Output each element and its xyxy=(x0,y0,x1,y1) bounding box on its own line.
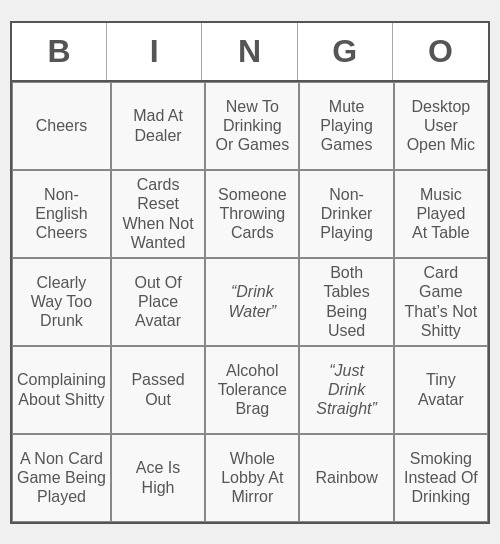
bingo-cell-5[interactable]: Non-EnglishCheers xyxy=(12,170,111,258)
bingo-cell-16[interactable]: PassedOut xyxy=(111,346,205,434)
bingo-cell-6[interactable]: CardsResetWhen NotWanted xyxy=(111,170,205,258)
bingo-cell-9[interactable]: MusicPlayedAt Table xyxy=(394,170,488,258)
bingo-grid: CheersMad AtDealerNew ToDrinkingOr Games… xyxy=(12,82,488,522)
cell-text-13: BothTablesBeingUsed xyxy=(323,263,369,340)
header-letter-b: B xyxy=(12,23,107,80)
bingo-cell-13[interactable]: BothTablesBeingUsed xyxy=(299,258,393,346)
cell-text-5: Non-EnglishCheers xyxy=(35,185,87,243)
bingo-cell-22[interactable]: WholeLobby AtMirror xyxy=(205,434,299,522)
cell-text-2: New ToDrinkingOr Games xyxy=(215,97,289,155)
bingo-cell-14[interactable]: CardGameThat’s NotShitty xyxy=(394,258,488,346)
header-letter-i: I xyxy=(107,23,202,80)
bingo-cell-2[interactable]: New ToDrinkingOr Games xyxy=(205,82,299,170)
cell-text-14: CardGameThat’s NotShitty xyxy=(405,263,478,340)
cell-text-7: SomeoneThrowingCards xyxy=(218,185,287,243)
cell-text-15: ComplainingAbout Shitty xyxy=(17,370,106,408)
bingo-cell-24[interactable]: SmokingInstead OfDrinking xyxy=(394,434,488,522)
cell-text-21: Ace IsHigh xyxy=(136,458,180,496)
header-letter-g: G xyxy=(298,23,393,80)
cell-text-12: “DrinkWater” xyxy=(228,282,276,320)
header-letter-o: O xyxy=(393,23,488,80)
cell-text-6: CardsResetWhen NotWanted xyxy=(123,175,194,252)
cell-text-17: AlcoholToleranceBrag xyxy=(218,361,287,419)
cell-text-19: TinyAvatar xyxy=(418,370,464,408)
cell-text-23: Rainbow xyxy=(315,468,377,487)
bingo-cell-18[interactable]: “JustDrinkStraight” xyxy=(299,346,393,434)
bingo-header: BINGO xyxy=(12,23,488,82)
bingo-cell-1[interactable]: Mad AtDealer xyxy=(111,82,205,170)
bingo-cell-7[interactable]: SomeoneThrowingCards xyxy=(205,170,299,258)
bingo-cell-11[interactable]: Out OfPlaceAvatar xyxy=(111,258,205,346)
cell-text-18: “JustDrinkStraight” xyxy=(316,361,376,419)
bingo-cell-23[interactable]: Rainbow xyxy=(299,434,393,522)
bingo-cell-3[interactable]: MutePlayingGames xyxy=(299,82,393,170)
cell-text-3: MutePlayingGames xyxy=(320,97,372,155)
bingo-cell-8[interactable]: Non-DrinkerPlaying xyxy=(299,170,393,258)
bingo-cell-15[interactable]: ComplainingAbout Shitty xyxy=(12,346,111,434)
header-letter-n: N xyxy=(202,23,297,80)
bingo-cell-0[interactable]: Cheers xyxy=(12,82,111,170)
cell-text-4: DesktopUserOpen Mic xyxy=(407,97,475,155)
cell-text-11: Out OfPlaceAvatar xyxy=(135,273,182,331)
cell-text-20: A Non CardGame BeingPlayed xyxy=(17,449,106,507)
bingo-cell-17[interactable]: AlcoholToleranceBrag xyxy=(205,346,299,434)
cell-text-24: SmokingInstead OfDrinking xyxy=(404,449,478,507)
bingo-cell-10[interactable]: ClearlyWay TooDrunk xyxy=(12,258,111,346)
cell-text-8: Non-DrinkerPlaying xyxy=(320,185,372,243)
cell-text-22: WholeLobby AtMirror xyxy=(221,449,283,507)
bingo-cell-12[interactable]: “DrinkWater” xyxy=(205,258,299,346)
cell-text-16: PassedOut xyxy=(131,370,184,408)
bingo-cell-20[interactable]: A Non CardGame BeingPlayed xyxy=(12,434,111,522)
cell-text-9: MusicPlayedAt Table xyxy=(412,185,470,243)
bingo-cell-4[interactable]: DesktopUserOpen Mic xyxy=(394,82,488,170)
bingo-cell-19[interactable]: TinyAvatar xyxy=(394,346,488,434)
bingo-card: BINGO CheersMad AtDealerNew ToDrinkingOr… xyxy=(10,21,490,524)
cell-text-10: ClearlyWay TooDrunk xyxy=(31,273,92,331)
cell-text-0: Cheers xyxy=(36,116,88,135)
cell-text-1: Mad AtDealer xyxy=(133,106,183,144)
bingo-cell-21[interactable]: Ace IsHigh xyxy=(111,434,205,522)
